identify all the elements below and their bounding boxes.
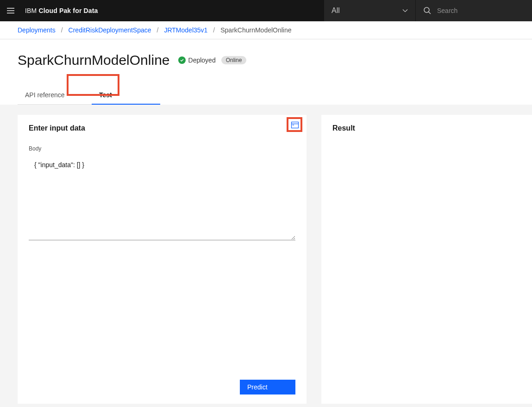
search-box[interactable] (416, 0, 532, 21)
input-panel-header: Enter input data (29, 124, 295, 132)
status-text: Deployed (188, 56, 216, 64)
global-header: IBM Cloud Pak for Data All (0, 0, 532, 21)
content-area: Enter input data Body Predict Result (0, 105, 532, 407)
brand-prefix: IBM (25, 7, 38, 14)
filter-selected-label: All (332, 6, 340, 15)
title-row: SparkChurnModelOnline Deployed Online (0, 39, 532, 77)
brand-label: IBM Cloud Pak for Data (21, 7, 98, 14)
breadcrumb-link-model[interactable]: JRTModel35v1 (164, 26, 207, 34)
switch-json-view-icon[interactable] (288, 118, 302, 132)
svg-rect-0 (7, 8, 14, 9)
tabs: API reference Test (0, 77, 532, 105)
status-check-icon (178, 56, 186, 64)
input-panel: Enter input data Body Predict (18, 115, 307, 404)
result-panel: Result (321, 115, 532, 404)
predict-button[interactable]: Predict (240, 380, 295, 394)
svg-rect-2 (7, 13, 14, 14)
body-textarea[interactable] (29, 159, 295, 240)
input-panel-title: Enter input data (29, 124, 85, 132)
tab-api-reference[interactable]: API reference (18, 87, 92, 105)
svg-line-4 (429, 12, 431, 14)
breadcrumb-separator: / (61, 26, 63, 34)
chevron-down-icon (402, 9, 408, 13)
breadcrumb-separator: / (213, 26, 215, 34)
breadcrumb: Deployments / CreditRiskDeploymentSpace … (0, 21, 532, 39)
hamburger-menu-icon[interactable] (0, 0, 21, 21)
search-input[interactable] (437, 7, 520, 14)
tab-test[interactable]: Test (92, 87, 160, 105)
predict-row: Predict (29, 370, 295, 394)
svg-rect-1 (7, 10, 14, 11)
brand-product: Cloud Pak for Data (38, 7, 98, 14)
page-title: SparkChurnModelOnline (18, 52, 170, 68)
filter-dropdown[interactable]: All (324, 0, 416, 21)
status-badge: Online (221, 56, 247, 64)
result-panel-title: Result (332, 124, 521, 132)
breadcrumb-link-space[interactable]: CreditRiskDeploymentSpace (69, 26, 151, 34)
breadcrumb-current: SparkChurnModelOnline (220, 26, 291, 34)
breadcrumb-separator: / (157, 26, 159, 34)
svg-point-3 (424, 7, 429, 13)
body-label: Body (29, 145, 295, 152)
breadcrumb-link-deployments[interactable]: Deployments (18, 26, 56, 34)
search-icon (423, 6, 432, 15)
